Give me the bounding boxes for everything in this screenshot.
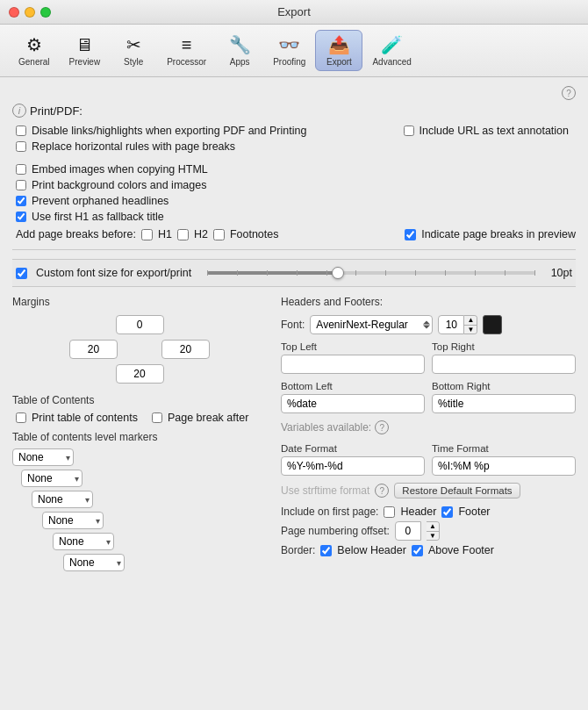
time-format-input[interactable]	[432, 456, 576, 476]
replace-rules-label: Replace horizontal rules with page break…	[32, 140, 235, 153]
toolbar-preview-label: Preview	[69, 57, 101, 67]
offset-up-button[interactable]: ▲	[427, 522, 439, 532]
header-label: Header	[400, 506, 436, 518]
minimize-button[interactable]	[25, 7, 35, 18]
toolbar-export[interactable]: 📤 Export	[315, 30, 362, 71]
time-format-label: Time Format	[432, 443, 576, 454]
prevent-orphaned-checkbox[interactable]	[16, 196, 26, 206]
replace-rules-checkbox[interactable]	[16, 141, 26, 152]
font-size-slider-track[interactable]	[207, 271, 535, 275]
toolbar-proofing[interactable]: 👓 Proofing	[263, 30, 315, 71]
toc-level-5-select[interactable]: None	[53, 533, 114, 550]
offset-row: Page numbering offset: ▲ ▼	[281, 521, 576, 541]
toolbar-general[interactable]: ⚙ General	[9, 30, 60, 71]
font-size-row: Custom font size for export/print 10pt	[12, 259, 576, 287]
above-footer-label: Above Footer	[428, 544, 494, 556]
toc-options-row: Print table of contents Page break after	[12, 412, 267, 424]
font-color-swatch[interactable]	[483, 315, 502, 334]
offset-arrows: ▲ ▼	[427, 521, 440, 541]
top-right-input[interactable]	[432, 355, 576, 374]
toc-level-6-select[interactable]: None	[63, 554, 125, 571]
disable-links-checkbox[interactable]	[16, 126, 26, 136]
margins-section: Margins	[12, 296, 267, 384]
toolbar-advanced-label: Advanced	[372, 57, 411, 67]
bottom-left-label: Bottom Left	[281, 381, 425, 391]
font-size-up-button[interactable]: ▲	[464, 316, 477, 326]
h1-checkbox[interactable]	[141, 229, 153, 240]
margin-top-input[interactable]	[116, 315, 164, 334]
maximize-button[interactable]	[40, 7, 51, 18]
font-size-input[interactable]	[438, 315, 464, 334]
below-header-checkbox[interactable]	[320, 545, 332, 556]
print-toc-checkbox[interactable]	[16, 412, 26, 423]
footnotes-label: Footnotes	[230, 228, 279, 240]
window-controls[interactable]	[9, 7, 51, 18]
embed-images-checkbox[interactable]	[16, 164, 26, 175]
toc-level-2-select[interactable]: None	[21, 470, 82, 487]
margin-right-input[interactable]	[161, 340, 210, 359]
top-help-icon[interactable]: ?	[562, 86, 576, 100]
toc-level-4-select[interactable]: None	[42, 512, 104, 529]
bottom-left-input[interactable]	[281, 394, 425, 413]
indicate-breaks-label: Indicate page breaks in preview	[421, 228, 576, 240]
font-size-down-button[interactable]: ▼	[464, 326, 477, 334]
proofing-icon: 👓	[278, 34, 300, 55]
bottom-left-group: Bottom Left	[281, 381, 425, 413]
strftime-help-icon[interactable]: ?	[375, 484, 389, 498]
page-break-after-label: Page break after	[168, 412, 248, 424]
variables-help-icon[interactable]: ?	[375, 420, 389, 434]
top-left-input[interactable]	[281, 355, 425, 374]
prevent-orphaned-row: Prevent orphaned headlines	[12, 195, 576, 207]
print-bg-checkbox[interactable]	[16, 180, 26, 190]
indicate-breaks-checkbox[interactable]	[405, 229, 416, 240]
custom-font-size-checkbox[interactable]	[16, 268, 27, 279]
footer-checkbox[interactable]	[441, 506, 453, 518]
hf-font-row: Font: AvenirNext-Regular ▲ ▼	[281, 315, 576, 334]
include-row: Include on first page: Header Footer	[281, 506, 576, 518]
top-left-label: Top Left	[281, 341, 425, 352]
toc-level-3-row: None	[32, 491, 267, 508]
date-format-group: Date Format	[281, 443, 425, 476]
close-button[interactable]	[9, 7, 19, 18]
font-select[interactable]: AvenirNext-Regular	[310, 315, 433, 334]
toc-level-3-select[interactable]: None	[32, 491, 93, 508]
toolbar-style[interactable]: ✂ Style	[110, 30, 157, 71]
footnotes-checkbox[interactable]	[213, 229, 225, 240]
section-info-icon[interactable]: i	[12, 104, 26, 118]
toc-level-2-row: None	[21, 470, 267, 487]
bottom-right-input[interactable]	[432, 394, 576, 413]
toolbar-style-label: Style	[124, 57, 143, 67]
print-bg-label: Print background colors and images	[32, 179, 206, 191]
toolbar-preview[interactable]: 🖥 Preview	[60, 31, 111, 71]
right-panel: Headers and Footers: Font: AvenirNext-Re…	[281, 296, 576, 575]
toc-level-1-select[interactable]: None	[12, 448, 74, 466]
embed-images-label: Embed images when copying HTML	[32, 163, 208, 176]
hf-title: Headers and Footers:	[281, 296, 576, 308]
bottom-right-label: Bottom Right	[432, 381, 576, 391]
margin-bottom-input[interactable]	[116, 364, 164, 384]
use-first-h1-checkbox[interactable]	[16, 212, 26, 222]
header-checkbox[interactable]	[384, 506, 395, 518]
h2-checkbox[interactable]	[177, 229, 189, 240]
toolbar-processor[interactable]: ≡ Processor	[157, 31, 216, 71]
strftime-label: Use strftime format	[281, 484, 369, 497]
h2-label: H2	[194, 228, 208, 240]
toolbar-apps[interactable]: 🔧 Apps	[216, 30, 263, 71]
toolbar-advanced[interactable]: 🧪 Advanced	[362, 30, 420, 71]
main-content: ? i Print/PDF: Disable links/highlights …	[0, 77, 588, 584]
page-break-after-checkbox[interactable]	[152, 412, 162, 423]
margins-title: Margins	[12, 296, 267, 308]
include-url-label: Include URL as text annotation	[419, 125, 569, 137]
font-select-wrapper: AvenirNext-Regular	[310, 315, 433, 334]
offset-down-button[interactable]: ▼	[427, 532, 439, 541]
font-size-slider-thumb[interactable]	[332, 267, 344, 279]
date-format-input[interactable]	[281, 456, 425, 476]
above-footer-checkbox[interactable]	[412, 545, 423, 556]
margin-left-input[interactable]	[69, 340, 118, 359]
font-size-stepper: ▲ ▼	[438, 315, 477, 334]
offset-input[interactable]	[395, 521, 421, 541]
divider-1	[12, 249, 576, 250]
margin-middle-row	[69, 340, 210, 359]
include-url-checkbox[interactable]	[404, 126, 414, 136]
restore-default-formats-button[interactable]: Restore Default Formats	[394, 483, 520, 498]
